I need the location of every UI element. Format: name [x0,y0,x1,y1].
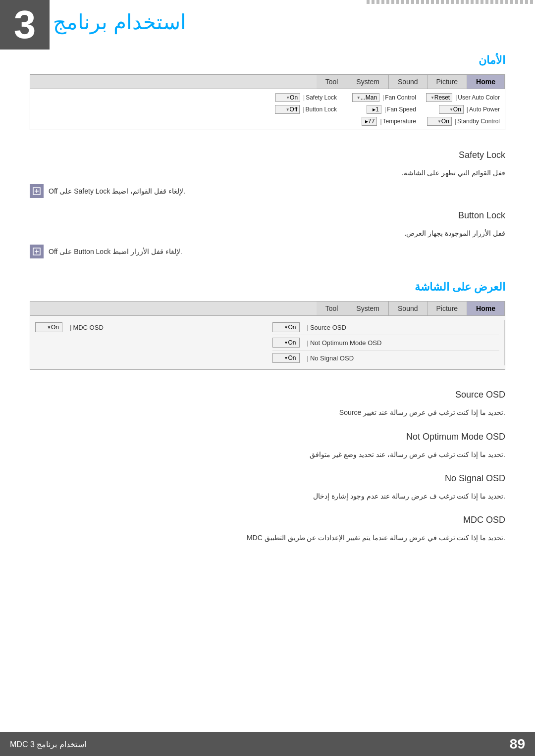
security-heading: الأمان [0,39,535,74]
footer-text: استخدام برنامج 3 MDC [10,740,86,749]
tab-home-2[interactable]: Home [467,302,505,315]
button-lock-note-text: .لإلغاء قفل الأزرار اضبط Button Lock على… [49,248,182,255]
no-signal-desc: .تحديد ما إذا كنت ترغب ف عرض رسالة عند ع… [0,488,535,505]
button-lock-desc: قفل الأزرار الموجودة بجهاز العرض. [0,225,535,242]
not-optimum-title: Not Optimum Mode OSD [0,422,535,446]
osd-data-area: Source OSD On Not Optimum Mode OSD On No… [30,316,505,369]
mdc-osd-dropdown[interactable]: On [35,322,62,332]
mdc-osd-row: MDC OSD On [35,320,263,335]
no-signal-title: No Signal OSD [0,463,535,488]
tab-tool-1[interactable]: Tool [317,75,348,89]
page-footer: 89 استخدام برنامج 3 MDC [0,732,535,756]
button-lock-dropdown[interactable]: Off [275,105,300,114]
not-optimum-osd-label: Not Optimum Mode OSD [307,339,500,347]
standby-control-row: Standby Control On [426,117,500,126]
safety-lock-dropdown[interactable]: On [275,93,300,102]
source-osd-desc: .تحديد ما إذا كنت ترغب في عرض رسالة عند … [0,404,535,421]
button-lock-row: Button Lock Off [268,105,337,114]
source-osd-dropdown[interactable]: On [272,322,300,332]
display-table: Home Picture Sound System Tool Source OS… [30,301,505,370]
temperature-row: Temperature 77 [347,117,416,126]
no-signal-osd-label: No Signal OSD [307,354,500,362]
mdc-osd-title: MDC OSD [0,505,535,529]
security-tab-row: Home Picture Sound System Tool [30,75,505,89]
header-title-ar: استخدام برنامج [53,10,186,34]
temperature-value[interactable]: 77 [362,117,377,126]
temperature-label: Temperature [380,118,416,125]
mdc-osd-desc: .تحديد ما إذا كنت ترغب في عرض رسالة عندم… [0,529,535,547]
fan-control-dropdown[interactable]: Man... [352,93,379,102]
page-header: 3 استخدام برنامج MDC [0,0,535,39]
user-auto-color-label: User Auto Color [455,94,500,101]
fan-control-label: Fan Control [382,94,416,101]
auto-power-row: Auto Power On [426,105,500,114]
tab-sound-1[interactable]: Sound [389,75,427,89]
no-signal-osd-row: No Signal OSD On [272,351,500,365]
security-col2: Fan Control Man... Fan Speed 1 Temperatu… [347,93,416,126]
safety-lock-title: Safety Lock [0,140,535,164]
tab-sound-2[interactable]: Sound [389,302,427,315]
display-section: العرض على الشاشة Home Picture Sound Syst… [0,266,535,547]
auto-power-label: Auto Power [467,106,500,113]
safety-lock-row: Safety Lock On [268,93,337,102]
mdc-osd-label: MDC OSD [70,324,263,331]
security-data-rows: User Auto Color Reset Auto Power On Stan… [30,89,505,130]
source-osd-title: Source OSD [0,380,535,404]
user-auto-color-row: User Auto Color Reset [426,93,500,102]
source-osd-label: Source OSD [307,324,500,331]
button-lock-label: Button Lock [303,106,337,113]
fan-speed-value[interactable]: 1 [367,105,381,114]
tab-system-2[interactable]: System [347,302,389,315]
fan-control-row: Fan Control Man... [347,93,416,102]
safety-lock-desc: قفل القوائم التي تظهر على الشاشة. [0,164,535,182]
no-signal-osd-dropdown[interactable]: On [272,353,300,363]
safety-lock-label: Safety Lock [303,94,337,101]
auto-power-dropdown[interactable]: On [439,105,464,114]
osd-col1: Source OSD On Not Optimum Mode OSD On No… [268,320,505,365]
display-tab-row: Home Picture Sound System Tool [30,302,505,316]
standby-control-label: Standby Control [455,118,500,125]
not-optimum-osd-row: Not Optimum Mode OSD On [272,335,500,351]
user-auto-color-dropdown[interactable]: Reset [426,93,452,102]
tab-tool-2[interactable]: Tool [317,302,348,315]
tab-system-1[interactable]: System [347,75,389,89]
fan-speed-label: Fan Speed [384,106,416,113]
security-col3: Safety Lock On Button Lock Off [268,93,337,126]
display-heading: العرض على الشاشة [0,266,535,301]
safety-lock-note-text: .لإلغاء قفل القوائم، اضبط Safety Lock عل… [49,187,185,195]
tab-home-1[interactable]: Home [467,75,505,89]
tab-picture-1[interactable]: Picture [428,75,468,89]
security-col1: User Auto Color Reset Auto Power On Stan… [426,93,500,126]
note-icon-2 [30,245,44,258]
button-lock-note-row: .لإلغاء قفل الأزرار اضبط Button Lock على… [0,242,535,261]
not-optimum-desc: .تحديد ما إذا كنت ترغب في عرض رسالة، عند… [0,446,535,463]
fan-speed-row: Fan Speed 1 [347,105,416,114]
chapter-badge: 3 [0,0,50,50]
tab-picture-2[interactable]: Picture [428,302,468,315]
note-icon-1 [30,184,44,198]
not-optimum-osd-dropdown[interactable]: On [272,338,300,348]
safety-lock-note-row: .لإلغاء قفل القوائم، اضبط Safety Lock عل… [0,182,535,201]
page-number: 89 [510,736,525,752]
osd-col2: MDC OSD On [30,320,268,365]
button-lock-title: Button Lock [0,201,535,225]
source-osd-row: Source OSD On [272,320,500,335]
standby-control-dropdown[interactable]: On [427,117,452,126]
header-stripe [367,0,535,4]
security-table: Home Picture Sound System Tool User Auto… [30,74,505,130]
